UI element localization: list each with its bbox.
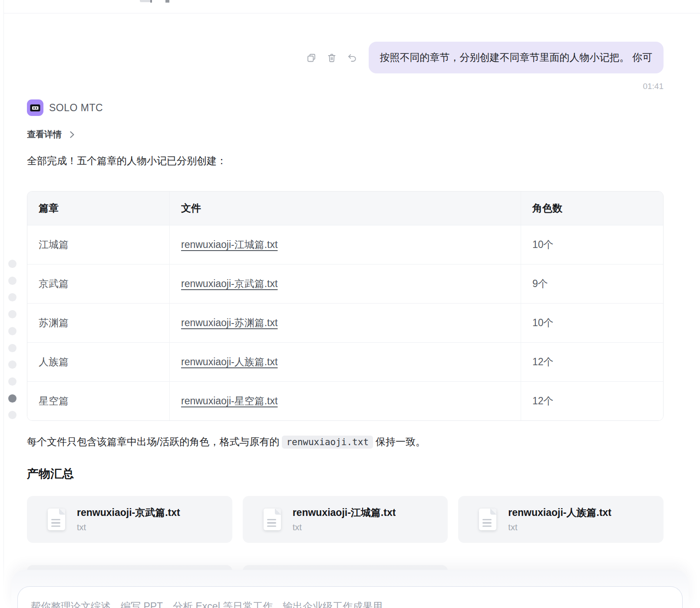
format-note: 每个文件只包含该篇章中出场/活跃的角色，格式与原有的renwuxiaoji.tx…: [27, 435, 664, 449]
cell-count: 10个: [521, 225, 663, 264]
copy-icon[interactable]: [306, 53, 317, 63]
file-card-type: txt: [508, 522, 611, 532]
assistant-header: SOLO MTC: [27, 99, 664, 116]
robot-icon: [27, 99, 43, 116]
chat-panel: 按照不同的章节，分别创建不同章节里面的人物小记把。 你可 01:41 SOLO …: [0, 0, 700, 608]
document-icon: [48, 509, 65, 530]
progress-dot[interactable]: [8, 360, 17, 369]
clipped-toolbar-fragment: [165, 0, 169, 3]
page-fold: [59, 509, 65, 515]
file-link[interactable]: renwuxiaoji-江城篇.txt: [181, 239, 277, 250]
table-header-row: 篇章 文件 角色数: [27, 192, 663, 225]
progress-dot[interactable]: [8, 277, 17, 285]
assistant-avatar: [27, 99, 43, 116]
table-row: 人族篇 renwuxiaoji-人族篇.txt 12个: [27, 342, 663, 381]
table-row: 星空篇 renwuxiaoji-星空篇.txt 12个: [27, 381, 663, 420]
file-link[interactable]: renwuxiaoji-星空篇.txt: [181, 395, 277, 406]
file-card-meta: renwuxiaoji-江城篇.txt txt: [293, 506, 396, 532]
note-text-after: 保持一致。: [376, 436, 426, 447]
page-fold: [275, 509, 281, 515]
artifacts-heading: 产物汇总: [27, 466, 664, 482]
file-card-type: txt: [77, 522, 180, 532]
cell-chapter: 江城篇: [27, 225, 169, 264]
artifact-file-card[interactable]: renwuxiaoji-京武篇.txt txt: [27, 496, 232, 543]
cell-file: renwuxiaoji-人族篇.txt: [169, 342, 521, 381]
chevron-right-icon: [69, 131, 75, 139]
chapter-table-body: 江城篇 renwuxiaoji-江城篇.txt 10个 京武篇 renwuxia…: [27, 225, 663, 420]
assistant-name: SOLO MTC: [49, 102, 103, 114]
cell-file: renwuxiaoji-江城篇.txt: [169, 225, 521, 264]
progress-dot-active[interactable]: [8, 394, 17, 403]
cell-count: 12个: [521, 381, 663, 420]
progress-dot[interactable]: [8, 310, 17, 318]
progress-dot[interactable]: [8, 327, 17, 335]
view-details-link[interactable]: 查看详情: [27, 129, 75, 140]
user-message-bubble: 按照不同的章节，分别创建不同章节里面的人物小记把。 你可: [369, 42, 664, 73]
assistant-intro-text: 全部完成！五个篇章的人物小记已分别创建：: [27, 155, 664, 167]
chapter-files-table: 篇章 文件 角色数 江城篇 renwuxiaoji-江城篇.txt 10个 京武…: [27, 191, 664, 421]
cell-count: 9个: [521, 264, 663, 303]
clipped-toolbar-fragment: [150, 0, 152, 3]
document-icon: [479, 509, 496, 530]
progress-dot[interactable]: [8, 411, 17, 419]
delete-icon[interactable]: [327, 53, 337, 63]
composer-placeholder: 帮你整理论文综述，编写 PPT，分析 Excel 等日常工作，输出企业级工作成果…: [31, 600, 669, 608]
cell-chapter: 星空篇: [27, 381, 169, 420]
view-details-label: 查看详情: [27, 129, 62, 140]
cell-file: renwuxiaoji-京武篇.txt: [169, 264, 521, 303]
cell-count: 12个: [521, 342, 663, 381]
file-card-type: txt: [293, 522, 396, 532]
progress-dot[interactable]: [8, 344, 17, 352]
file-link[interactable]: renwuxiaoji-人族篇.txt: [181, 356, 277, 367]
file-card-title: renwuxiaoji-江城篇.txt: [293, 506, 396, 519]
clipped-toolbar-fragment: [140, 0, 151, 2]
retry-icon[interactable]: [347, 53, 357, 63]
progress-dot[interactable]: [8, 293, 17, 301]
panel-left-divider: [3, 0, 4, 608]
cell-chapter: 苏渊篇: [27, 303, 169, 342]
composer-input[interactable]: 帮你整理论文综述，编写 PPT，分析 Excel 等日常工作，输出企业级工作成果…: [17, 586, 683, 608]
note-text-before: 每个文件只包含该篇章中出场/活跃的角色，格式与原有的: [27, 436, 279, 447]
inline-code-filename: renwuxiaoji.txt: [282, 436, 373, 449]
page-fold: [490, 509, 496, 515]
cell-chapter: 人族篇: [27, 342, 169, 381]
page-lines: [267, 519, 276, 527]
file-link[interactable]: renwuxiaoji-苏渊篇.txt: [181, 317, 277, 328]
file-card-title: renwuxiaoji-京武篇.txt: [77, 506, 180, 519]
page-lines: [482, 519, 492, 527]
message-actions: [306, 53, 357, 63]
message-timestamp: 01:41: [643, 82, 664, 91]
page-lines: [51, 519, 60, 527]
panel-top-divider: [4, 13, 700, 13]
file-card-meta: renwuxiaoji-人族篇.txt txt: [508, 506, 611, 532]
cell-count: 10个: [521, 303, 663, 342]
cell-file: renwuxiaoji-星空篇.txt: [169, 381, 521, 420]
column-header-file: 文件: [169, 192, 521, 225]
file-card-meta: renwuxiaoji-京武篇.txt txt: [77, 506, 180, 532]
assistant-message: SOLO MTC 查看详情 全部完成！五个篇章的人物小记已分别创建： 篇章 文件…: [27, 99, 664, 608]
user-message-row: 按照不同的章节，分别创建不同章节里面的人物小记把。 你可: [306, 42, 664, 73]
progress-dot[interactable]: [8, 260, 17, 268]
document-icon: [264, 509, 281, 530]
column-header-count: 角色数: [521, 192, 663, 225]
table-row: 苏渊篇 renwuxiaoji-苏渊篇.txt 10个: [27, 303, 663, 342]
artifact-file-card[interactable]: renwuxiaoji-江城篇.txt txt: [243, 496, 448, 543]
artifact-file-card[interactable]: renwuxiaoji-人族篇.txt txt: [458, 496, 664, 543]
table-row: 京武篇 renwuxiaoji-京武篇.txt 9个: [27, 264, 663, 303]
progress-dot[interactable]: [8, 377, 17, 386]
file-link[interactable]: renwuxiaoji-京武篇.txt: [181, 278, 277, 289]
cell-chapter: 京武篇: [27, 264, 169, 303]
table-row: 江城篇 renwuxiaoji-江城篇.txt 10个: [27, 225, 663, 264]
file-card-title: renwuxiaoji-人族篇.txt: [508, 506, 611, 519]
column-header-chapter: 篇章: [27, 192, 169, 225]
cell-file: renwuxiaoji-苏渊篇.txt: [169, 303, 521, 342]
